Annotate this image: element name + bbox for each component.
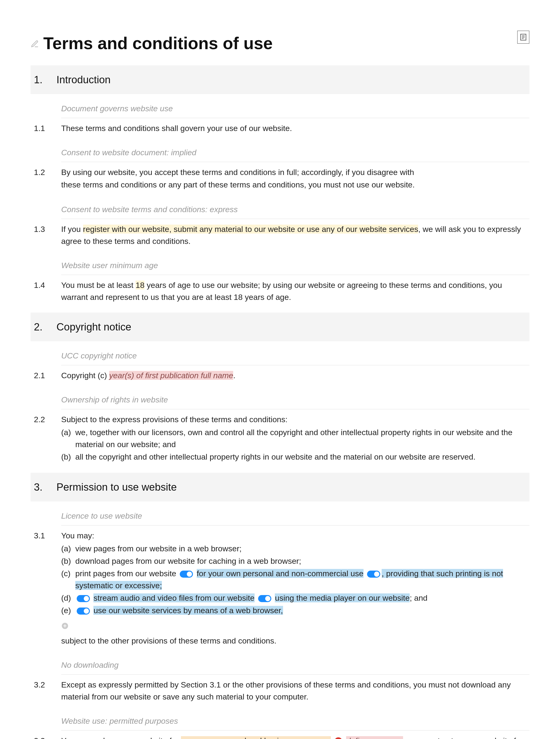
placeholder-field[interactable]: define purposes — [346, 736, 403, 739]
clause-intro: Subject to the express provisions of the… — [61, 414, 525, 426]
document-header: Terms and conditions of use — [31, 31, 529, 56]
highlighted-option[interactable]: your own personal and business purposes — [181, 736, 331, 739]
clause-body: You may only use our website for your ow… — [61, 735, 529, 739]
toggle-switch[interactable] — [258, 595, 271, 602]
clause-line: these terms and conditions or any part o… — [61, 179, 525, 191]
clause-body: Copyright (c) year(s) of first publicati… — [61, 370, 529, 382]
clause-body: By using our website, you accept these t… — [61, 166, 529, 191]
list-item: (e) use our website services by means of… — [61, 604, 525, 616]
clause-hint: Consent to website document: implied — [61, 142, 529, 162]
clause-row: 1.4 You must be at least 18 years of age… — [31, 276, 529, 307]
clause-row: 3.2 Except as expressly permitted by Sec… — [31, 676, 529, 707]
clause-hint: Consent to website terms and conditions:… — [61, 199, 529, 219]
toggle-switch[interactable] — [77, 595, 90, 602]
clause-text: You may only use our website for — [61, 736, 181, 739]
clause-text: You must be at least — [61, 281, 136, 290]
sub-list: (a) view pages from our website in a web… — [61, 543, 525, 616]
toggle-switch[interactable] — [367, 571, 380, 578]
section-number: 1. — [31, 72, 56, 88]
clause-number: 1.1 — [31, 122, 61, 134]
list-text: all the copyright and other intellectual… — [75, 451, 525, 463]
section-header-2: 2. Copyright notice — [31, 313, 529, 341]
clause-text: . — [233, 371, 235, 380]
clause-hint: Document governs website use — [61, 98, 529, 118]
clause-row: 2.2 Subject to the express provisions of… — [31, 411, 529, 467]
clause-hint: Ownership of rights in website — [61, 390, 529, 409]
clause-tail: subject to the other provisions of these… — [61, 635, 525, 647]
highlighted-option[interactable]: stream audio and video files from our we… — [94, 593, 254, 602]
clause-body: You must be at least 18 years of age to … — [61, 279, 529, 303]
list-item: (c) print pages from our website for you… — [61, 568, 525, 592]
section-title: Copyright notice — [56, 319, 131, 335]
clause-hint: Website use: permitted purposes — [61, 711, 529, 731]
list-item: (b) all the copyright and other intellec… — [61, 451, 525, 463]
section-header-3: 3. Permission to use website — [31, 473, 529, 501]
clause-hint: UCC copyright notice — [61, 345, 529, 365]
add-item-icon[interactable] — [61, 619, 69, 633]
document-title: Terms and conditions of use — [43, 31, 273, 56]
clause-body: Subject to the express provisions of the… — [61, 414, 529, 463]
clause-row: 1.1 These terms and conditions shall gov… — [31, 120, 529, 138]
section-title: Introduction — [56, 72, 111, 88]
list-letter: (d) — [61, 592, 75, 604]
clause-number: 1.3 — [31, 223, 61, 247]
clause-number: 3.2 — [31, 679, 61, 703]
clause-number: 3.3 — [31, 735, 61, 739]
section-header-1: 1. Introduction — [31, 65, 529, 94]
clause-text: If you — [61, 225, 83, 234]
list-letter: (e) — [61, 604, 75, 616]
clause-body: These terms and conditions shall govern … — [61, 122, 529, 134]
clause-row: 2.1 Copyright (c) year(s) of first publi… — [31, 367, 529, 385]
clause-row: 3.3 You may only use our website for you… — [31, 732, 529, 739]
clause-row: 1.2 By using our website, you accept the… — [31, 163, 529, 195]
clause-row: 1.3 If you register with our website, su… — [31, 220, 529, 251]
placeholder-field[interactable]: year(s) of first publication full name — [109, 371, 233, 380]
section-number: 3. — [31, 479, 56, 495]
clause-body: Except as expressly permitted by Section… — [61, 679, 529, 703]
text: ; and — [410, 593, 428, 602]
list-item: (d) stream audio and video files from ou… — [61, 592, 525, 604]
list-letter: (b) — [61, 451, 75, 463]
clause-hint: Licence to use website — [61, 506, 529, 526]
clause-intro: You may: — [61, 530, 525, 542]
list-text: view pages from our website in a web bro… — [75, 543, 525, 555]
section-number: 2. — [31, 319, 56, 335]
list-item: (a) we, together with our licensors, own… — [61, 426, 525, 450]
clause-line: By using our website, you accept these t… — [61, 166, 525, 178]
list-text: stream audio and video files from our we… — [75, 592, 525, 604]
toggle-switch[interactable] — [77, 607, 90, 615]
or-badge[interactable]: or — [334, 737, 342, 739]
list-letter: (a) — [61, 543, 75, 555]
list-letter: (b) — [61, 555, 75, 567]
list-text: we, together with our licensors, own and… — [75, 426, 525, 450]
highlighted-value[interactable]: 18 — [136, 281, 144, 290]
sub-list: (a) we, together with our licensors, own… — [61, 426, 525, 463]
list-letter: (c) — [61, 568, 75, 592]
list-text: use our website services by means of a w… — [75, 604, 525, 616]
highlighted-option[interactable]: using the media player on our website — [275, 593, 410, 602]
highlighted-option[interactable]: register with our website, submit any ma… — [83, 225, 418, 234]
list-text: print pages from our website for your ow… — [75, 568, 525, 592]
list-text: download pages from our website for cach… — [75, 555, 525, 567]
edit-icon[interactable] — [31, 38, 39, 52]
text: print pages from our website — [75, 569, 176, 578]
clause-text: Copyright (c) — [61, 371, 109, 380]
list-item: (b) download pages from our website for … — [61, 555, 525, 567]
list-item: (a) view pages from our website in a web… — [61, 543, 525, 555]
list-letter: (a) — [61, 426, 75, 450]
title-wrap: Terms and conditions of use — [31, 31, 273, 56]
clause-row: 3.1 You may: (a) view pages from our web… — [31, 527, 529, 650]
clause-hint: Website user minimum age — [61, 255, 529, 275]
clause-number: 1.4 — [31, 279, 61, 303]
clause-body: If you register with our website, submit… — [61, 223, 529, 247]
document-outline-icon[interactable] — [517, 31, 529, 44]
clause-body: You may: (a) view pages from our website… — [61, 530, 529, 647]
clause-number: 2.2 — [31, 414, 61, 463]
highlighted-option[interactable]: for your own personal and non-commercial… — [197, 569, 364, 578]
toggle-switch[interactable] — [180, 571, 193, 578]
clause-number: 1.2 — [31, 166, 61, 191]
clause-number: 2.1 — [31, 370, 61, 382]
clause-hint: No downloading — [61, 655, 529, 675]
section-title: Permission to use website — [56, 479, 177, 495]
highlighted-option[interactable]: use our website services by means of a w… — [94, 606, 283, 615]
